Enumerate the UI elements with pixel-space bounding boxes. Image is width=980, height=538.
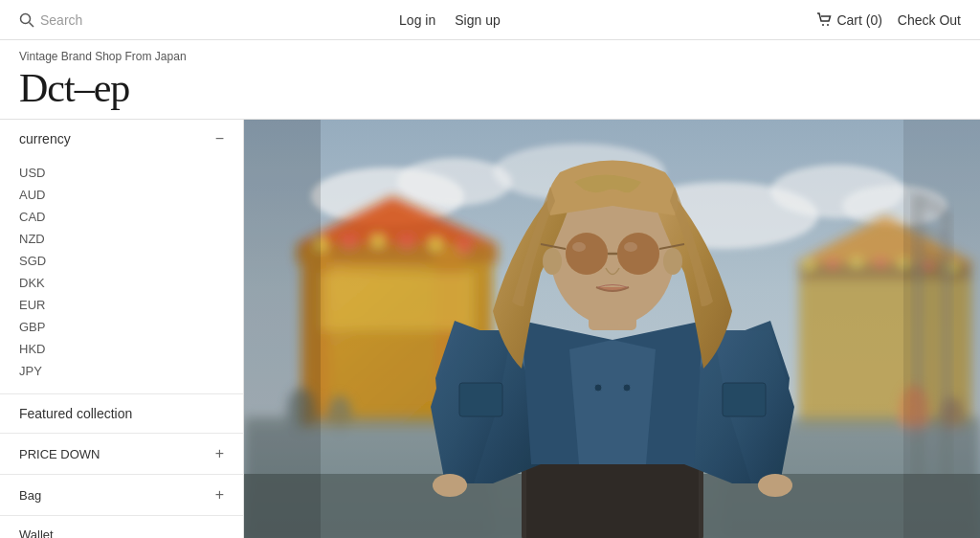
search-button[interactable]: Search bbox=[19, 12, 82, 28]
svg-rect-69 bbox=[244, 120, 980, 538]
cart-label: Cart (0) bbox=[836, 12, 881, 28]
signup-link[interactable]: Sign up bbox=[455, 12, 500, 28]
currency-item[interactable]: EUR bbox=[19, 294, 243, 316]
currency-item[interactable]: NZD bbox=[19, 228, 243, 250]
svg-line-1 bbox=[30, 22, 34, 27]
cart-icon bbox=[816, 12, 832, 28]
currency-item[interactable]: AUD bbox=[19, 184, 243, 206]
cart-area: Cart (0) Check Out bbox=[816, 12, 961, 28]
currency-item[interactable]: HKD bbox=[19, 338, 243, 360]
hero-illustration: burn out bbox=[244, 120, 980, 538]
collection-item[interactable]: Wallet bbox=[0, 516, 243, 538]
currency-item[interactable]: SGD bbox=[19, 250, 243, 272]
svg-rect-71 bbox=[903, 120, 980, 538]
top-navigation: Search Log in Sign up Cart (0) Check Out bbox=[0, 0, 980, 40]
search-area: Search bbox=[19, 12, 82, 28]
collection-item-label: Wallet bbox=[19, 527, 54, 538]
search-icon bbox=[19, 12, 34, 28]
login-link[interactable]: Log in bbox=[399, 12, 435, 28]
collection-items: PRICE DOWN+Bag+Wallet bbox=[0, 434, 243, 538]
brand-name: Dct–ep bbox=[19, 65, 961, 111]
brand-tagline: Vintage Brand Shop From Japan bbox=[19, 50, 961, 63]
brand-header: Vintage Brand Shop From Japan Dct–ep bbox=[0, 40, 980, 120]
currency-list: USDAUDCADNZDSGDDKKEURGBPHKDJPY bbox=[0, 158, 243, 393]
currency-section-title: currency bbox=[19, 131, 71, 146]
auth-links: Log in Sign up bbox=[399, 12, 501, 28]
sidebar: currency − USDAUDCADNZDSGDDKKEURGBPHKDJP… bbox=[0, 120, 244, 538]
collection-item-expand-icon: + bbox=[215, 445, 224, 462]
svg-rect-70 bbox=[244, 120, 321, 538]
search-label: Search bbox=[40, 12, 82, 28]
collection-item-label: Bag bbox=[19, 488, 41, 503]
svg-point-2 bbox=[822, 24, 824, 26]
collection-item-label: PRICE DOWN bbox=[19, 447, 100, 461]
collection-item[interactable]: PRICE DOWN+ bbox=[0, 434, 243, 475]
main-layout: currency − USDAUDCADNZDSGDDKKEURGBPHKDJP… bbox=[0, 120, 980, 538]
currency-section-header[interactable]: currency − bbox=[0, 120, 243, 158]
collection-item-expand-icon: + bbox=[215, 486, 224, 504]
currency-item[interactable]: CAD bbox=[19, 206, 243, 228]
currency-item[interactable]: JPY bbox=[19, 360, 243, 382]
currency-item[interactable]: GBP bbox=[19, 316, 243, 338]
featured-collection-label: Featured collection bbox=[0, 394, 243, 434]
svg-point-0 bbox=[21, 13, 31, 23]
currency-item[interactable]: DKK bbox=[19, 272, 243, 294]
currency-collapse-icon: − bbox=[215, 131, 224, 146]
currency-section: currency − USDAUDCADNZDSGDDKKEURGBPHKDJP… bbox=[0, 120, 243, 394]
collection-item[interactable]: Bag+ bbox=[0, 475, 243, 516]
svg-point-3 bbox=[827, 24, 829, 26]
hero-image: burn out bbox=[244, 120, 980, 538]
checkout-link[interactable]: Check Out bbox=[898, 12, 961, 28]
cart-link[interactable]: Cart (0) bbox=[816, 12, 881, 28]
currency-item[interactable]: USD bbox=[19, 162, 243, 184]
main-content: burn out bbox=[244, 120, 980, 538]
